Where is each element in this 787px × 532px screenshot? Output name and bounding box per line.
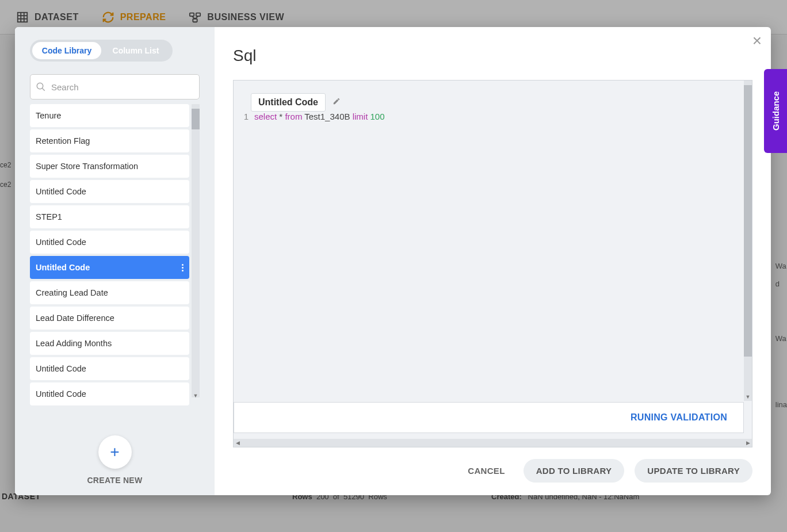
- list-item[interactable]: Creating Lead Date: [30, 281, 189, 304]
- scroll-left-icon[interactable]: ◀: [234, 439, 242, 447]
- scroll-right-icon[interactable]: ▶: [744, 439, 752, 447]
- list-item[interactable]: Lead Date Difference: [30, 307, 189, 330]
- scroll-thumb[interactable]: [744, 85, 752, 357]
- edit-icon[interactable]: [333, 97, 341, 108]
- line-number: 1: [239, 110, 249, 123]
- close-icon[interactable]: ×: [752, 32, 762, 50]
- scrollbar-horizontal[interactable]: [234, 439, 752, 447]
- create-new-label: CREATE NEW: [30, 476, 200, 485]
- list-item[interactable]: Tenure: [30, 104, 189, 127]
- list-item[interactable]: STEP1: [30, 205, 189, 228]
- create-new-area: + CREATE NEW: [30, 431, 200, 485]
- code-editor: Untitled Code 1 select * from Test1_340B…: [233, 80, 752, 447]
- list-item[interactable]: Untitled Code: [30, 382, 189, 405]
- more-icon[interactable]: [182, 264, 184, 271]
- svg-line-11: [42, 88, 45, 91]
- modal-main: Sql Untitled Code 1 select * from Test1_…: [215, 27, 771, 495]
- code-title-input[interactable]: Untitled Code: [251, 93, 326, 112]
- modal-sidebar: Code Library Column List Tenure Retentio…: [15, 27, 215, 495]
- footer-buttons: CANCEL ADD TO LIBRARY UPDATE TO LIBRARY: [233, 447, 752, 483]
- list-item[interactable]: Untitled Code: [30, 180, 189, 203]
- list-item-label: Untitled Code: [36, 263, 90, 272]
- toggle-column-list[interactable]: Column List: [101, 42, 170, 59]
- create-new-button[interactable]: +: [98, 435, 132, 469]
- scrollbar-vertical[interactable]: [192, 104, 200, 397]
- page-title: Sql: [233, 47, 752, 65]
- add-to-library-button[interactable]: ADD TO LIBRARY: [524, 459, 625, 483]
- scroll-down-icon[interactable]: ▼: [192, 392, 200, 400]
- list-item[interactable]: Retention Flag: [30, 129, 189, 152]
- toggle-code-library[interactable]: Code Library: [32, 42, 101, 59]
- search-icon: [36, 82, 46, 92]
- list-item[interactable]: Untitled Code: [30, 231, 189, 254]
- bg-leak-right: NC Wa d Wa lina: [775, 115, 787, 418]
- validation-text: RUNING VALIDATION: [631, 412, 727, 423]
- sql-modal: × Code Library Column List Tenure Retent…: [15, 27, 771, 495]
- guidance-tab[interactable]: Guidance: [764, 69, 787, 153]
- code-line: 1 select * from Test1_340B limit 100: [234, 110, 742, 123]
- search-wrap: [30, 74, 200, 99]
- list-item[interactable]: Untitled Code: [30, 256, 189, 279]
- search-input[interactable]: [30, 74, 200, 99]
- scroll-down-icon[interactable]: ▼: [744, 393, 752, 401]
- list-item[interactable]: Lead Adding Months: [30, 332, 189, 355]
- list-item[interactable]: Untitled Code: [30, 357, 189, 380]
- update-to-library-button[interactable]: UPDATE TO LIBRARY: [635, 459, 752, 483]
- validation-status: RUNING VALIDATION: [234, 402, 744, 433]
- editor-header: Untitled Code: [251, 93, 341, 112]
- list-item[interactable]: Super Store Transformation: [30, 155, 189, 178]
- view-toggle: Code Library Column List: [30, 40, 173, 62]
- code-area[interactable]: 1 select * from Test1_340B limit 100: [234, 110, 742, 401]
- code-list: Tenure Retention Flag Super Store Transf…: [30, 104, 200, 412]
- cancel-button[interactable]: CANCEL: [460, 460, 513, 481]
- scroll-thumb[interactable]: [192, 109, 200, 129]
- svg-point-10: [37, 83, 43, 89]
